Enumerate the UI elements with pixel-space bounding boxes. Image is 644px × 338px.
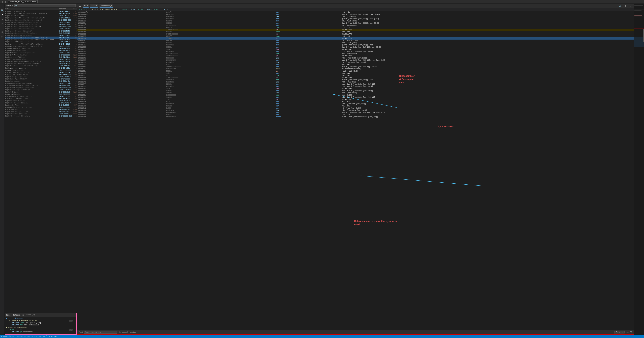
xref-code-refs-header[interactable]: ▼ Code References <box>6 317 75 320</box>
table-row[interactable]: ExpReleaseDisownedFastResourceShared 0x1… <box>5 19 77 21</box>
table-row[interactable]: 1481159e 48d1ee shr rai, 0x1 <box>77 105 634 107</box>
table-row[interactable]: 14811548 0f8418020000 je 0x14811766 <box>77 55 634 57</box>
table-row[interactable]: 148115b1 44fb764757 movzx r12d, word [rb… <box>77 116 634 118</box>
table-row[interactable]: ExpSaAllocatorOptimizeList 0x14083e9c7c … <box>5 74 77 76</box>
table-row[interactable]: 14811539 89458c mov dword [rbp+0x8c {var… <box>77 46 634 48</box>
xref-code-ref-1[interactable]: → 14811552f mov rdi, qword [rdx] <box>6 322 75 324</box>
table-row[interactable]: 14811588 8b4d70 mov ecx, dword [rbp+0x70… <box>77 90 634 92</box>
table-row[interactable]: ExpSaAllocatorAllocate 0x14084b09c .text… <box>5 67 77 69</box>
table-row[interactable]: ExpSaBinaryArrayAssert 0x14084b5428 .tex… <box>5 76 77 78</box>
table-row[interactable]: ExpReleaseFastResourceExclusive 0x14021c… <box>5 23 77 26</box>
table-row[interactable]: ExpSafeMemlen 0x14083b0d0 PAGE Function <box>5 91 77 93</box>
table-row[interactable]: 1481152f 488b3a mov rdi, qword [rdx] <box>77 39 634 42</box>
table-row[interactable]: ExpReleaseCrossVmMutant 0x14895d20 PAGE … <box>5 15 77 17</box>
table-row[interactable]: 148115ae 498bcf mov rcx, r15 <box>77 114 634 116</box>
forward-button[interactable]: ▶ <box>4 1 7 3</box>
table-row[interactable]: 148115a1 4c558 mov r8, [rbp {var_2c0}] <box>77 107 634 109</box>
main-tab[interactable]: ntoskrn_win__24.exe.bndb <box>8 0 38 3</box>
table-row[interactable]: ExpRegisterCounterSet 0x14089f4cc .text … <box>5 10 77 13</box>
table-row[interactable]: 14811557 4c8d4d60 lea r9, [rbp+0x60 {var… <box>77 61 634 63</box>
sidebar-icon-debug[interactable]: ▶ <box>0 35 4 38</box>
sidebar-icon-search[interactable]: 🔍 <box>0 9 4 12</box>
table-row[interactable]: ExpReleaseSpinLockDisabled 0x1403a126c .… <box>5 34 77 36</box>
table-row[interactable]: ExpSecurePoolCreate 0x14061c438 .text Fu… <box>5 100 77 102</box>
find-input[interactable] <box>84 331 118 334</box>
table-row[interactable]: 1481156f 85c0 test eax, eax <box>77 74 634 77</box>
table-row[interactable]: ExpSaAllocatorFree 0x14083e9a30 .text Fu… <box>5 69 77 71</box>
table-row[interactable]: ExpRemoveVagForBigPages 0x1403ed928 PAGE… <box>5 54 77 56</box>
link-btn[interactable]: 🔗 <box>618 4 622 7</box>
table-row[interactable]: 1481156a 4533db xor r11d, r11d {0x0} <box>77 70 634 72</box>
table-row[interactable]: ExpSaBinaryArrayRemove 0x140403668 .text… <box>5 78 77 80</box>
table-row[interactable]: ExpSaPageGroupDescriptorAllocate 0x14084… <box>5 84 77 87</box>
col-section[interactable]: Section <box>73 8 77 10</box>
table-row[interactable]: 148111110d 44895d20 mov dword [rbp+0x20 … <box>77 13 634 15</box>
table-row[interactable]: 14811532 418bdb mov ebx, r11d {0x0} <box>77 42 634 44</box>
table-row[interactable]: 1481155d c74442000200000 mov dword [rsp+… <box>77 66 634 68</box>
table-row[interactable]: ExpRegisterFirmwareTableInformationHandl… <box>5 12 77 15</box>
table-row[interactable]: 14811583 488b4d28 mov rcx, qword [rbp+0x… <box>77 85 634 87</box>
sidebar-icon-home[interactable]: ⌂ <box>0 4 4 8</box>
table-row[interactable]: ExpSaPageGroupAllocateMemory 0x14083552f… <box>5 82 77 84</box>
disasm-menu-btn[interactable]: ☰ <box>78 4 82 7</box>
table-row[interactable]: 14811565 e8c63266ff call ZwEnumerateValu… <box>77 68 634 70</box>
table-row[interactable]: ExpSaveAbHandle 0x140216988 .text Functi… <box>5 93 77 95</box>
table-row[interactable]: 14811596 77a6 ja 0x1481153e <box>77 98 634 101</box>
sidebar-icon-settings[interactable]: ⚙ <box>0 22 4 25</box>
back-button[interactable]: ◀ <box>1 1 4 3</box>
symbols-table-container[interactable]: Name ▲ Address Section Kind ExpRegisterC… <box>5 8 77 313</box>
disasm-content[interactable]: 14811114fa 4c8bf2 mov r14, rdx 148111110… <box>77 11 634 330</box>
table-row[interactable]: ExpRemoveCurrentThreadFromThreadHistory … <box>5 43 77 45</box>
table-row[interactable]: 14811535 48897d10 mov qword [rbp+0x10 {v… <box>77 44 634 46</box>
table-row[interactable]: ExpReleaseFastResourceExclusiveSlow 0x14… <box>5 26 77 28</box>
table-row[interactable]: 14811514 4885c9 test rcx, rcx <box>77 26 634 29</box>
table-row[interactable]: ExpSaPageGroupFreeMemory 0x14083e9b08 .t… <box>5 89 77 91</box>
table-row[interactable]: 1481150f 1b700808c0 mov esi, 0xc0000017 <box>77 24 634 26</box>
table-row[interactable]: 1481157b 458d4301 lea r8d, [r11+0x1] <box>77 81 634 83</box>
table-row[interactable]: 14811552 4889542428 mov qword [rsp+0x28 … <box>77 59 634 61</box>
table-row[interactable]: 14811529 0f84410 20000 je 0x14811770 <box>77 37 634 39</box>
table-row[interactable]: ExpSaPageGroupDescriptorFree 0x14083e9d4… <box>5 87 77 89</box>
table-row[interactable]: 148115a4 488d7474 lea rdx, [rbp+0x74 {va… <box>77 109 634 111</box>
escape-button[interactable]: Escaped <box>614 331 624 334</box>
more-btn[interactable]: ⋮ <box>629 4 632 7</box>
table-row[interactable]: ExpRemovePoolTrackerExpansion 0x140207e6… <box>5 52 77 54</box>
table-row[interactable]: ExpRemoveGeneralLookasideList 0x14044676… <box>5 47 77 50</box>
table-row[interactable]: ExpReleasePoolLockExclusive 0x14061f3f8 … <box>5 30 77 32</box>
table-row[interactable]: 14811586 75ba jne 0x14811542 <box>77 87 634 90</box>
table-row[interactable]: ExpRevokeBoolLoaderPagePrivileges 0x140b… <box>5 65 77 67</box>
table-row[interactable]: ExpSaInitialize 0x14061e43c .text Functi… <box>5 80 77 82</box>
table-row[interactable]: ExpReleaseDisownedFastResourceExclusive … <box>5 17 77 19</box>
table-row[interactable]: ExpRemoveHandleTable 0x140a1e014 .text F… <box>5 50 77 52</box>
table-row[interactable]: 14811571 0f88cb010000 js 0x14811742 <box>77 77 634 79</box>
columns-btn[interactable]: ⊞ <box>624 4 628 7</box>
table-row[interactable]: 14811505 48894538 mov qword [rbp+0x38 {v… <box>77 18 634 20</box>
col-name[interactable]: Name ▲ <box>5 8 58 10</box>
xref-content[interactable]: ▼ Code References RtlPopulateLanguageCon… <box>5 317 76 334</box>
table-row[interactable]: 1481150c 894540 mov dword [rbp+0x40 {var… <box>77 22 634 24</box>
table-row[interactable]: 14811598 8bf1 mov esi, ecx <box>77 101 634 103</box>
table-row[interactable]: 14811542 81fb1a000000 cmp ebx, 0x8000001… <box>77 53 634 55</box>
table-row[interactable]: 14811577 8537e407 cmp dword [rbp+0x64 {v… <box>77 79 634 81</box>
pe-menu-btn[interactable]: PE▾ <box>83 4 89 7</box>
new-tab-button[interactable]: + <box>38 1 41 3</box>
table-row[interactable]: ExpSeedHotTags 0x140c03804 INIT Function <box>5 104 77 106</box>
table-row[interactable]: ExpReleaseSpinLockExclusiveFromDpcLevelI… <box>5 39 77 41</box>
table-row[interactable]: 14811593 8b450c mov eax, dword [rbp+0x0c… <box>77 96 634 98</box>
table-row[interactable]: 1481153c eb04 jmp 0x14811542 <box>77 48 634 50</box>
table-row[interactable]: 148115a9 4889442420 mov qword [rsp+0x20 … <box>77 111 634 114</box>
table-row[interactable]: ExpSetBootLoaderMetadata 0x1480160 9a8 .… <box>5 115 77 117</box>
table-row[interactable]: ExpResourceEnforcesOwnershipTransfer 0x1… <box>5 60 77 63</box>
table-row[interactable]: ExpReleaseFastResourceShared 0x14021b8d0… <box>5 28 77 30</box>
table-row[interactable]: ExpSetBootEntry 0x14079a58c PAGE Functio… <box>5 108 77 111</box>
table-row[interactable]: 1481154e 488d5520 lea rdx, [rbp+0x20 {va… <box>77 57 634 59</box>
table-row[interactable]: 14811509 418bfb mov edi, r11d {0x0} <box>77 20 634 22</box>
col-address[interactable]: Address <box>58 8 73 10</box>
table-row[interactable]: 1481159a 488d4584 mov rax, [rbp+0x4 {var… <box>77 103 634 105</box>
xref-var-ref-1[interactable]: → 14811529 je 0x14811770 <box>6 331 75 333</box>
table-row[interactable]: 14811501 458d4301 lea r8d, [r11+0x1] <box>77 15 634 18</box>
table-row[interactable]: ExpReleaseResourceForThreadLite 0x148b61… <box>5 32 77 34</box>
table-row[interactable]: 1481156d 8bd8 mov ebx, eax <box>77 72 634 74</box>
sidebar-icon-types[interactable]: T <box>0 26 4 30</box>
symbols-search-input[interactable] <box>14 4 76 7</box>
